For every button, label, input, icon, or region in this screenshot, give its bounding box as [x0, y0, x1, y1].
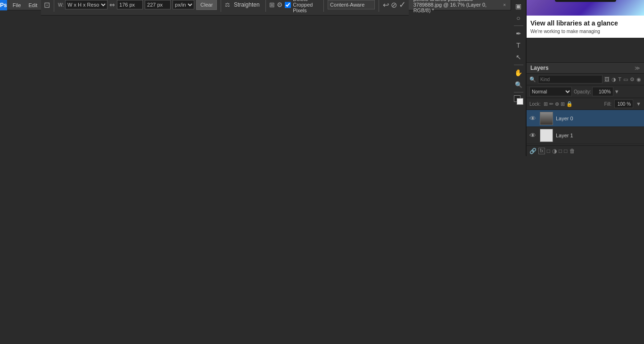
height-input[interactable]: 227 px — [145, 0, 171, 9]
layers-collapse-btn[interactable]: ≫ — [635, 65, 640, 71]
menu-file[interactable]: File — [9, 1, 25, 9]
delete-layer-icon[interactable]: 🗑 — [570, 148, 575, 154]
filter-on-icon[interactable]: ◉ — [636, 76, 641, 83]
menu-bar: Ps File Edit ⊡ W: W x H x Reso... ⇔ 176 … — [0, 0, 644, 10]
unit-select[interactable]: px/in — [173, 0, 194, 9]
lock-pixels-icon[interactable]: ⊞ — [544, 101, 548, 107]
delete-cropped-label: Delete Cropped Pixels — [293, 0, 320, 13]
blend-mode-select[interactable]: Normal — [529, 87, 572, 96]
tool-sep-5 — [514, 25, 523, 26]
opacity-label: Opacity: — [574, 89, 591, 94]
swap-dimensions-icon[interactable]: ⇔ — [109, 1, 115, 8]
library-description: We're working to make managing — [530, 29, 640, 34]
content-aware-input[interactable] — [328, 0, 375, 9]
text-tool[interactable]: T — [513, 40, 524, 51]
right-panel: Character Paragraph Glyphs T A̲ — [526, 0, 644, 156]
new-group-icon[interactable]: □ — [559, 148, 562, 154]
lock-label: Lock: — [529, 101, 541, 107]
opacity-control: Opacity: ▼ — [574, 87, 619, 96]
layers-lock-row: Lock: ⊞ ✏ ⊕ ⊞ 🔒 Fill: ▼ — [527, 98, 644, 110]
divider-4 — [323, 0, 324, 12]
layer-search-input[interactable] — [538, 75, 603, 84]
path-select-tool[interactable]: ↖ — [513, 51, 524, 63]
layers-panel: Layers ≫ 🔍 🖼 ◑ T ▭ ⚙ ◉ Normal Opac — [527, 63, 644, 156]
lock-icons: ⊞ ✏ ⊕ ⊞ 🔒 — [544, 101, 573, 107]
ps-logo: Ps — [0, 0, 7, 10]
lock-all-icon[interactable]: 🔒 — [566, 101, 573, 107]
grid-icon[interactable]: ⊞ — [269, 1, 275, 8]
layer-0-thumb — [540, 112, 553, 125]
clear-button[interactable]: Clear — [196, 0, 217, 10]
fill-input[interactable] — [614, 100, 633, 108]
gradient-tool[interactable]: ▣ — [513, 0, 524, 12]
lock-position-icon[interactable]: ✏ — [549, 101, 553, 107]
libraries-panel: Your Library Team Brand 👤 Design System … — [527, 0, 644, 63]
wh-ratio-select[interactable]: W x H x Reso... — [65, 0, 107, 9]
layer-item-0[interactable]: 👁 Layer 0 — [527, 110, 644, 127]
width-group: W: W x H x Reso... — [58, 0, 107, 9]
tool-sep-6 — [514, 65, 523, 65]
layers-footer: 🔗 fx □ ◑ □ □ 🗑 — [527, 145, 644, 156]
layer-1-name: Layer 1 — [556, 133, 641, 138]
lock-move-icon[interactable]: ⊞ — [561, 101, 565, 107]
fx-icon[interactable]: fx — [538, 148, 545, 154]
dodge-tool[interactable]: ○ — [513, 12, 524, 24]
search-icon: 🔍 — [529, 76, 536, 83]
adjustment-filter-icon[interactable]: ◑ — [611, 76, 616, 83]
divider-2 — [221, 0, 221, 12]
tool-sep-7 — [514, 92, 523, 92]
layer-0-name: Layer 0 — [556, 116, 641, 121]
add-mask-icon[interactable]: □ — [547, 148, 550, 154]
link-layers-icon[interactable]: 🔗 — [529, 148, 537, 154]
document-filename: pexels-andrea-piacquadio-3789888.jpg @ 1… — [413, 0, 501, 13]
crop-tool-btn[interactable]: ⊡ — [44, 0, 50, 10]
main-area: ✛ ⬚ ⬜ ⌖ ⊡ ⊘ ⊕ ∅ ◎ ◷ ◻ ▣ ○ ✒ T ↖ ✋ 🔍 — [511, 0, 644, 156]
fill-dropdown-icon[interactable]: ▼ — [636, 101, 641, 107]
layers-title: Layers — [530, 65, 549, 71]
tools-panel: ✛ ⬚ ⬜ ⌖ ⊡ ⊘ ⊕ ∅ ◎ ◷ ◻ ▣ ○ ✒ T ↖ ✋ 🔍 — [511, 0, 526, 156]
menu-edit[interactable]: Edit — [25, 1, 41, 9]
shape-filter-icon[interactable]: ▭ — [623, 76, 628, 83]
divider-3 — [265, 0, 266, 12]
cancel-crop-icon[interactable]: ⊘ — [391, 0, 397, 9]
smart-filter-icon[interactable]: ⚙ — [630, 76, 635, 83]
divider-1 — [54, 0, 54, 12]
layer-list: 👁 Layer 0 👁 Layer 1 — [527, 110, 644, 145]
text-filter-icon[interactable]: T — [618, 76, 621, 82]
straighten-label: Straighten — [232, 1, 262, 8]
width-input[interactable]: 176 px — [117, 0, 143, 9]
options-bar: ⊡ W: W x H x Reso... ⇔ 176 px 227 px px/… — [41, 0, 408, 16]
layer-0-visibility[interactable]: 👁 — [529, 115, 537, 122]
new-fill-icon[interactable]: ◑ — [552, 148, 557, 154]
new-layer-icon[interactable]: □ — [564, 148, 567, 154]
layers-panel-header: Layers ≫ — [527, 63, 644, 74]
cursor-icon: ↖ — [615, 0, 620, 0]
lock-artboard-icon[interactable]: ⊕ — [555, 101, 559, 107]
opacity-input[interactable] — [592, 87, 613, 96]
library-heading: View all libraries at a glance — [530, 19, 640, 27]
zoom-tool[interactable]: 🔍 — [513, 79, 524, 90]
close-document-tab[interactable]: × — [503, 2, 506, 8]
fill-label: Fill: — [604, 101, 612, 107]
opacity-dropdown-icon[interactable]: ▼ — [614, 89, 619, 94]
foreground-background[interactable] — [513, 94, 524, 106]
straighten-icon: ⚖ — [225, 1, 230, 8]
divider-5 — [379, 0, 379, 12]
layer-item-1[interactable]: 👁 Layer 1 — [527, 127, 644, 144]
wh-label: W: — [58, 2, 64, 8]
layer-1-visibility[interactable]: 👁 — [529, 132, 537, 139]
pen-tool[interactable]: ✒ — [513, 28, 524, 39]
hand-tool[interactable]: ✋ — [513, 67, 524, 78]
document-tab[interactable]: pexels-andrea-piacquadio-3789888.jpg @ 1… — [409, 0, 511, 10]
library-preview-area: Your Library Team Brand 👤 Design System … — [527, 0, 644, 38]
history-back-icon[interactable]: ↩ — [383, 0, 389, 9]
delete-cropped-group: Delete Cropped Pixels — [285, 0, 320, 13]
layer-1-thumb — [540, 129, 553, 142]
confirm-crop-icon[interactable]: ✓ — [399, 0, 406, 10]
delete-cropped-checkbox[interactable] — [285, 2, 291, 8]
dimension-icon-group: ⇔ — [109, 1, 115, 8]
document-tab-bar: pexels-andrea-piacquadio-3789888.jpg @ 1… — [409, 0, 511, 10]
settings-icon[interactable]: ⚙ — [277, 1, 283, 8]
layers-search-bar: 🔍 🖼 ◑ T ▭ ⚙ ◉ — [527, 74, 644, 85]
photo-filter-icon[interactable]: 🖼 — [604, 76, 610, 82]
